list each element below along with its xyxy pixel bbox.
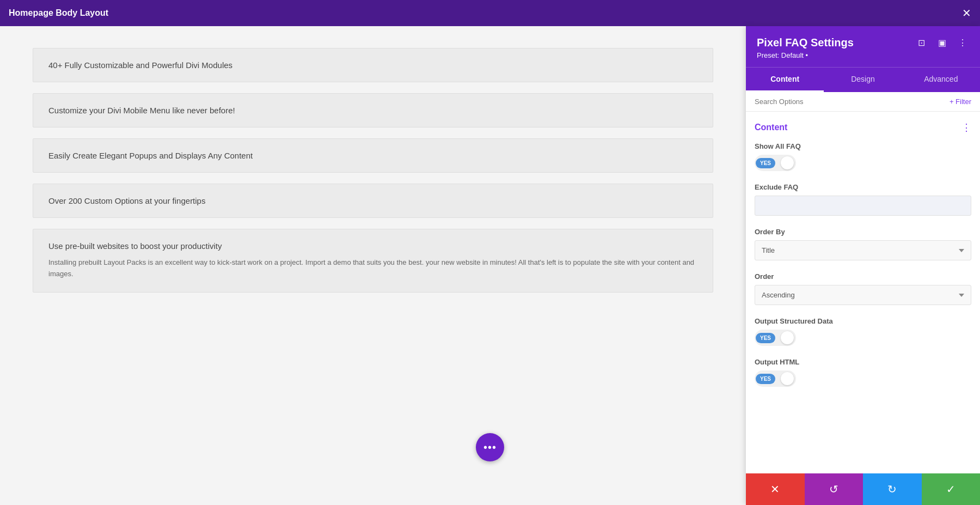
more-options-icon-button[interactable]: ⋮ (956, 36, 969, 49)
order-label: Order (755, 272, 971, 281)
show-all-faq-toggle[interactable]: YES (755, 155, 796, 171)
focus-icon-button[interactable]: ⊡ (915, 36, 928, 49)
panel-preset: Preset: Default • (757, 51, 969, 59)
fab-button[interactable]: ••• (476, 433, 504, 461)
tab-design[interactable]: Design (824, 68, 902, 92)
toggle-yes-label: YES (756, 333, 775, 343)
faq-item-title: Easily Create Elegant Popups and Display… (48, 151, 697, 160)
faq-item-title: Over 200 Custom Options at your fingerti… (48, 196, 697, 205)
top-bar: Homepage Body Layout ✕ (0, 0, 980, 26)
output-structured-data-label: Output Structured Data (755, 317, 971, 325)
close-button[interactable]: ✕ (962, 8, 971, 19)
faq-item-body: Installing prebuilt Layout Packs is an e… (48, 257, 697, 280)
panel-body: Content ⋮ Show All FAQ YES Exclude FAQ O… (746, 112, 980, 473)
faq-item-title: Use pre-built websites to boost your pro… (48, 241, 697, 251)
settings-panel: Pixel FAQ Settings ⊡ ▣ ⋮ Preset: Default… (746, 26, 980, 505)
search-options-input[interactable] (755, 98, 950, 106)
order-by-setting: Order By Title Date ID Modified (755, 228, 971, 260)
panel-header-icons: ⊡ ▣ ⋮ (915, 36, 969, 49)
panel-title: Pixel FAQ Settings (757, 36, 854, 49)
toggle-yes-label: YES (756, 374, 775, 384)
faq-item[interactable]: 40+ Fully Customizable and Powerful Divi… (33, 48, 713, 82)
order-setting: Order Ascending Descending (755, 272, 971, 305)
output-html-label: Output HTML (755, 358, 971, 366)
exclude-faq-label: Exclude FAQ (755, 183, 971, 191)
faq-item-title: Customize your Divi Mobile Menu like nev… (48, 106, 697, 115)
tab-content[interactable]: Content (746, 68, 824, 92)
window-title: Homepage Body Layout (9, 8, 108, 18)
toggle-yes-label: YES (756, 158, 775, 168)
faq-item[interactable]: Customize your Divi Mobile Menu like nev… (33, 93, 713, 127)
toggle-knob (781, 156, 794, 169)
section-header: Content ⋮ (755, 123, 971, 132)
panel-header-top: Pixel FAQ Settings ⊡ ▣ ⋮ (757, 36, 969, 49)
order-by-label: Order By (755, 228, 971, 236)
main-area: 40+ Fully Customizable and Powerful Divi… (0, 26, 980, 505)
section-title: Content (755, 123, 787, 132)
faq-area: 40+ Fully Customizable and Powerful Divi… (0, 26, 746, 505)
focus-icon: ⊡ (918, 38, 925, 48)
order-select[interactable]: Ascending Descending (755, 285, 971, 305)
redo-button[interactable]: ↻ (863, 473, 922, 505)
faq-item-title: 40+ Fully Customizable and Powerful Divi… (48, 60, 697, 70)
output-html-toggle[interactable]: YES (755, 370, 796, 387)
output-structured-data-toggle[interactable]: YES (755, 330, 796, 346)
show-all-faq-label: Show All FAQ (755, 142, 971, 150)
search-filter-bar: + Filter (746, 92, 980, 112)
faq-item-expanded[interactable]: Use pre-built websites to boost your pro… (33, 229, 713, 293)
toggle-knob (781, 372, 794, 385)
cancel-button[interactable]: ✕ (746, 473, 805, 505)
save-button[interactable]: ✓ (922, 473, 981, 505)
toggle-knob (781, 331, 794, 344)
exclude-faq-input[interactable] (755, 196, 971, 216)
output-html-setting: Output HTML YES (755, 358, 971, 387)
tab-advanced[interactable]: Advanced (902, 68, 980, 92)
layout-icon-button[interactable]: ▣ (935, 36, 948, 49)
faq-item[interactable]: Over 200 Custom Options at your fingerti… (33, 184, 713, 218)
exclude-faq-setting: Exclude FAQ (755, 183, 971, 216)
output-structured-data-setting: Output Structured Data YES (755, 317, 971, 346)
layout-icon: ▣ (938, 38, 946, 48)
more-dots-icon: ⋮ (958, 38, 967, 48)
bottom-action-bar: ✕ ↺ ↻ ✓ (746, 473, 980, 505)
faq-item[interactable]: Easily Create Elegant Popups and Display… (33, 138, 713, 173)
order-by-select[interactable]: Title Date ID Modified (755, 240, 971, 260)
section-more-button[interactable]: ⋮ (961, 123, 971, 132)
filter-button[interactable]: + Filter (950, 98, 971, 106)
panel-header: Pixel FAQ Settings ⊡ ▣ ⋮ Preset: Default… (746, 26, 980, 67)
panel-tabs: Content Design Advanced (746, 67, 980, 92)
undo-button[interactable]: ↺ (805, 473, 863, 505)
show-all-faq-setting: Show All FAQ YES (755, 142, 971, 171)
